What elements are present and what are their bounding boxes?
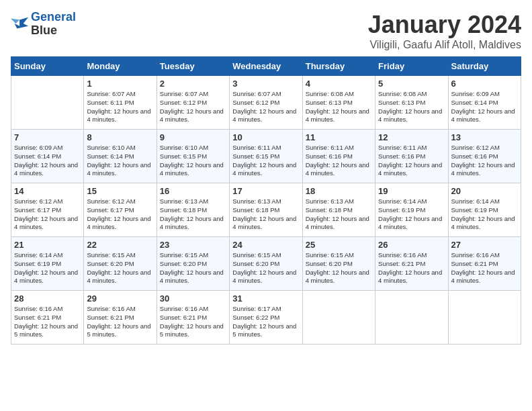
svg-marker-0 <box>15 17 29 29</box>
location: Viligili, Gaafu Alif Atoll, Maldives <box>368 39 521 51</box>
cell-info: Sunrise: 6:13 AMSunset: 6:18 PMDaylight:… <box>306 197 369 230</box>
calendar-cell: 5 Sunrise: 6:08 AMSunset: 6:13 PMDayligh… <box>375 76 448 130</box>
page-header: GeneralBlue January 2024 Viligili, Gaafu… <box>11 11 521 51</box>
cell-info: Sunrise: 6:13 AMSunset: 6:18 PMDaylight:… <box>232 197 296 230</box>
week-row-4: 21 Sunrise: 6:14 AMSunset: 6:19 PMDaylig… <box>11 237 521 291</box>
col-header-tuesday: Tuesday <box>157 57 229 76</box>
calendar-cell: 26 Sunrise: 6:16 AMSunset: 6:21 PMDaylig… <box>375 237 448 291</box>
calendar-cell: 11 Sunrise: 6:11 AMSunset: 6:16 PMDaylig… <box>302 130 375 183</box>
calendar-cell: 14 Sunrise: 6:12 AMSunset: 6:17 PMDaylig… <box>11 183 84 237</box>
calendar-cell <box>375 291 448 345</box>
calendar-cell: 27 Sunrise: 6:16 AMSunset: 6:21 PMDaylig… <box>448 237 521 291</box>
calendar-cell: 28 Sunrise: 6:16 AMSunset: 6:21 PMDaylig… <box>11 291 84 345</box>
cell-info: Sunrise: 6:16 AMSunset: 6:21 PMDaylight:… <box>160 305 224 338</box>
cell-info: Sunrise: 6:11 AMSunset: 6:15 PMDaylight:… <box>232 144 296 177</box>
cell-info: Sunrise: 6:17 AMSunset: 6:22 PMDaylight:… <box>232 305 296 338</box>
cell-info: Sunrise: 6:08 AMSunset: 6:13 PMDaylight:… <box>378 90 442 123</box>
cell-info: Sunrise: 6:14 AMSunset: 6:19 PMDaylight:… <box>14 251 78 284</box>
week-row-5: 28 Sunrise: 6:16 AMSunset: 6:21 PMDaylig… <box>11 291 521 345</box>
month-title: January 2024 <box>368 11 521 39</box>
cell-info: Sunrise: 6:16 AMSunset: 6:21 PMDaylight:… <box>451 251 515 284</box>
cell-info: Sunrise: 6:14 AMSunset: 6:19 PMDaylight:… <box>378 197 442 230</box>
calendar-cell: 30 Sunrise: 6:16 AMSunset: 6:21 PMDaylig… <box>157 291 229 345</box>
calendar-cell: 8 Sunrise: 6:10 AMSunset: 6:14 PMDayligh… <box>84 130 157 183</box>
col-header-thursday: Thursday <box>302 57 375 76</box>
calendar-cell: 17 Sunrise: 6:13 AMSunset: 6:18 PMDaylig… <box>230 183 302 237</box>
calendar-cell: 6 Sunrise: 6:09 AMSunset: 6:14 PMDayligh… <box>448 76 521 130</box>
calendar-cell <box>302 291 375 345</box>
cell-info: Sunrise: 6:11 AMSunset: 6:16 PMDaylight:… <box>378 144 442 177</box>
calendar-cell: 3 Sunrise: 6:07 AMSunset: 6:12 PMDayligh… <box>230 76 302 130</box>
col-header-monday: Monday <box>84 57 157 76</box>
day-number: 29 <box>87 293 153 304</box>
day-number: 2 <box>160 79 226 89</box>
calendar-cell: 15 Sunrise: 6:12 AMSunset: 6:17 PMDaylig… <box>84 183 157 237</box>
cell-info: Sunrise: 6:08 AMSunset: 6:13 PMDaylight:… <box>306 90 369 123</box>
calendar-table: SundayMondayTuesdayWednesdayThursdayFrid… <box>11 56 521 345</box>
calendar-cell: 21 Sunrise: 6:14 AMSunset: 6:19 PMDaylig… <box>11 237 84 291</box>
day-number: 31 <box>232 293 299 304</box>
calendar-cell: 24 Sunrise: 6:15 AMSunset: 6:20 PMDaylig… <box>230 237 302 291</box>
day-number: 24 <box>232 240 299 250</box>
cell-info: Sunrise: 6:12 AMSunset: 6:16 PMDaylight:… <box>451 144 515 177</box>
cell-info: Sunrise: 6:12 AMSunset: 6:17 PMDaylight:… <box>87 197 150 230</box>
cell-info: Sunrise: 6:15 AMSunset: 6:20 PMDaylight:… <box>306 251 369 284</box>
cell-info: Sunrise: 6:09 AMSunset: 6:14 PMDaylight:… <box>451 90 515 123</box>
calendar-cell: 25 Sunrise: 6:15 AMSunset: 6:20 PMDaylig… <box>302 237 375 291</box>
title-block: January 2024 Viligili, Gaafu Alif Atoll,… <box>368 11 521 51</box>
cell-info: Sunrise: 6:10 AMSunset: 6:15 PMDaylight:… <box>160 144 224 177</box>
calendar-cell: 31 Sunrise: 6:17 AMSunset: 6:22 PMDaylig… <box>230 291 302 345</box>
cell-info: Sunrise: 6:15 AMSunset: 6:20 PMDaylight:… <box>160 251 224 284</box>
day-number: 18 <box>306 186 372 196</box>
day-number: 16 <box>160 186 226 196</box>
day-number: 25 <box>306 240 372 250</box>
day-number: 14 <box>14 186 81 196</box>
cell-info: Sunrise: 6:12 AMSunset: 6:17 PMDaylight:… <box>14 197 78 230</box>
calendar-cell: 10 Sunrise: 6:11 AMSunset: 6:15 PMDaylig… <box>230 130 302 183</box>
day-number: 19 <box>378 186 445 196</box>
calendar-cell <box>11 76 84 130</box>
day-number: 3 <box>232 79 299 89</box>
cell-info: Sunrise: 6:16 AMSunset: 6:21 PMDaylight:… <box>378 251 442 284</box>
day-number: 4 <box>306 79 372 89</box>
calendar-cell: 4 Sunrise: 6:08 AMSunset: 6:13 PMDayligh… <box>302 76 375 130</box>
calendar-cell: 16 Sunrise: 6:13 AMSunset: 6:18 PMDaylig… <box>157 183 229 237</box>
col-header-sunday: Sunday <box>11 57 84 76</box>
cell-info: Sunrise: 6:07 AMSunset: 6:12 PMDaylight:… <box>232 90 296 123</box>
day-number: 30 <box>160 293 226 304</box>
calendar-cell: 19 Sunrise: 6:14 AMSunset: 6:19 PMDaylig… <box>375 183 448 237</box>
logo-icon <box>11 15 30 34</box>
calendar-cell: 12 Sunrise: 6:11 AMSunset: 6:16 PMDaylig… <box>375 130 448 183</box>
logo-text: GeneralBlue <box>31 11 76 38</box>
day-number: 1 <box>87 79 153 89</box>
day-number: 9 <box>160 132 226 142</box>
day-number: 11 <box>306 132 372 142</box>
calendar-cell: 13 Sunrise: 6:12 AMSunset: 6:16 PMDaylig… <box>448 130 521 183</box>
calendar-cell: 29 Sunrise: 6:16 AMSunset: 6:21 PMDaylig… <box>84 291 157 345</box>
day-number: 15 <box>87 186 153 196</box>
day-number: 26 <box>378 240 445 250</box>
day-number: 20 <box>451 186 518 196</box>
cell-info: Sunrise: 6:13 AMSunset: 6:18 PMDaylight:… <box>160 197 224 230</box>
calendar-cell: 20 Sunrise: 6:14 AMSunset: 6:19 PMDaylig… <box>448 183 521 237</box>
col-header-wednesday: Wednesday <box>230 57 302 76</box>
day-number: 17 <box>232 186 299 196</box>
calendar-cell: 1 Sunrise: 6:07 AMSunset: 6:11 PMDayligh… <box>84 76 157 130</box>
day-number: 28 <box>14 293 81 304</box>
cell-info: Sunrise: 6:16 AMSunset: 6:21 PMDaylight:… <box>14 305 78 338</box>
day-number: 13 <box>451 132 518 142</box>
cell-info: Sunrise: 6:09 AMSunset: 6:14 PMDaylight:… <box>14 144 78 177</box>
logo: GeneralBlue <box>11 11 76 38</box>
cell-info: Sunrise: 6:11 AMSunset: 6:16 PMDaylight:… <box>306 144 369 177</box>
cell-info: Sunrise: 6:15 AMSunset: 6:20 PMDaylight:… <box>87 251 150 284</box>
col-header-saturday: Saturday <box>448 57 521 76</box>
calendar-cell: 2 Sunrise: 6:07 AMSunset: 6:12 PMDayligh… <box>157 76 229 130</box>
cell-info: Sunrise: 6:07 AMSunset: 6:12 PMDaylight:… <box>160 90 224 123</box>
calendar-cell <box>448 291 521 345</box>
day-number: 10 <box>232 132 299 142</box>
col-header-friday: Friday <box>375 57 448 76</box>
calendar-cell: 18 Sunrise: 6:13 AMSunset: 6:18 PMDaylig… <box>302 183 375 237</box>
svg-marker-1 <box>11 18 19 23</box>
cell-info: Sunrise: 6:10 AMSunset: 6:14 PMDaylight:… <box>87 144 150 177</box>
day-number: 12 <box>378 132 445 142</box>
